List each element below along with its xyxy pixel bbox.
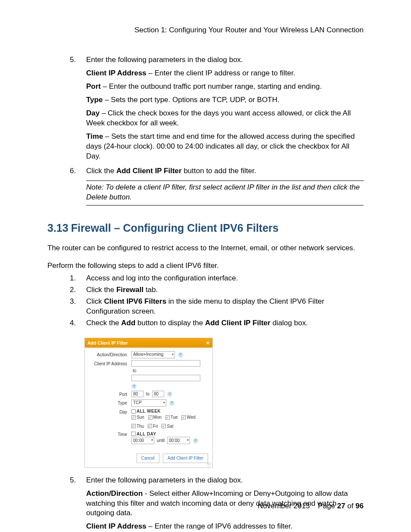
param-day: Day – Click the check boxes for the days… xyxy=(86,109,364,128)
fri-checkbox[interactable] xyxy=(148,424,152,428)
param-label: Type xyxy=(86,96,103,104)
bold-term: Add Client IP Filter xyxy=(205,319,271,327)
bold-term: Client IPV6 Filters xyxy=(104,297,167,305)
bold-term: Add xyxy=(121,319,135,327)
wed-checkbox[interactable] xyxy=(181,415,186,420)
close-icon[interactable]: ✕ xyxy=(206,340,210,346)
footer-page-num: 27 xyxy=(337,502,346,510)
text-fragment: Click the xyxy=(86,167,116,175)
note-box: Note: To delete a client IP filter, firs… xyxy=(86,180,364,205)
param-label: Port xyxy=(86,82,101,90)
port-to-input[interactable]: 80 xyxy=(152,391,164,397)
allweek-checkbox[interactable] xyxy=(131,409,136,414)
text-fragment: dialog box. xyxy=(271,319,308,327)
allweek-label: ALL WEEK xyxy=(137,409,161,414)
param-text: – Sets the port type. Options are TCP, U… xyxy=(103,96,279,104)
action-direction-select[interactable]: Allow+Incoming xyxy=(131,351,175,358)
list-number: 6. xyxy=(47,166,86,205)
day-label: Sun xyxy=(137,415,144,420)
resize-grip-icon[interactable] xyxy=(207,462,212,467)
to-label: to xyxy=(133,368,136,373)
time-to-select[interactable]: 00:00 xyxy=(167,437,190,444)
param-label: Time xyxy=(86,132,103,140)
text-fragment: button to add the filter. xyxy=(182,167,256,175)
add-client-ip-filter-button[interactable]: Add Client IP Filter xyxy=(163,454,208,463)
day-label: Wed xyxy=(187,415,195,420)
text-fragment: Click xyxy=(86,297,104,305)
day-label: Tue xyxy=(171,415,178,420)
dialog-title-text: Add Client IP Filter xyxy=(87,340,128,346)
sun-checkbox[interactable] xyxy=(131,415,136,420)
help-icon[interactable]: ? xyxy=(193,438,198,443)
text-fragment: Click the xyxy=(86,286,116,294)
type-select[interactable]: TCP xyxy=(131,399,166,407)
list-number: 1. xyxy=(47,274,86,283)
help-icon[interactable]: ? xyxy=(178,352,183,358)
day-label: Fri xyxy=(153,424,158,429)
text-fragment: button to display the xyxy=(135,319,205,327)
sat-checkbox[interactable] xyxy=(162,424,166,428)
port-from-input[interactable]: 80 xyxy=(131,391,143,397)
label-action-direction: Action/Direction xyxy=(89,351,131,358)
footer-page-label: Page xyxy=(318,502,337,510)
list-number: 5. xyxy=(47,55,86,165)
label-port: Port xyxy=(89,391,131,398)
bold-term: Add Client IP Filter xyxy=(116,167,182,175)
section-heading: 3.13 Firewall – Configuring Client IPV6 … xyxy=(47,221,364,236)
step-text: Check the Add button to display the Add … xyxy=(86,318,364,328)
label-time: Time xyxy=(89,431,131,438)
body-paragraph: The router can be configured to restrict… xyxy=(47,243,364,253)
param-client-ip: Client IP Address – Enter the client IP … xyxy=(86,68,364,78)
dialog-titlebar: Add Client IP Filter ✕ xyxy=(85,338,212,348)
client-ip-from-input[interactable] xyxy=(131,360,200,367)
step-text: Click the Firewall tab. xyxy=(86,285,364,295)
step-text: Access and log into the configuration in… xyxy=(86,274,364,283)
param-label: Client IP Address xyxy=(86,69,146,77)
list-number: 4. xyxy=(47,318,86,328)
param-text: – Click the check boxes for the days you… xyxy=(86,109,351,127)
help-icon[interactable]: ? xyxy=(169,401,174,406)
allday-label: ALL DAY xyxy=(137,432,156,436)
heading-title: Firewall – Configuring Client IPV6 Filte… xyxy=(71,221,279,236)
mon-checkbox[interactable] xyxy=(148,415,153,420)
param-label: Day xyxy=(86,109,100,117)
param-port: Port – Enter the outbound traffic port n… xyxy=(86,82,364,92)
param-text: – Sets the start time and end time for t… xyxy=(86,132,355,160)
param-label: Action/Direction xyxy=(86,489,143,498)
param-text: – Enter the client IP address or range t… xyxy=(146,69,296,77)
step-text: Click Client IPV6 Filters in the side me… xyxy=(86,297,364,317)
param-client-ip: Client IP Address – Enter the range of I… xyxy=(86,522,364,532)
page-footer: November 2013 Page 27 of 96 xyxy=(258,502,364,510)
param-text: – Enter the outbound traffic port number… xyxy=(101,82,322,90)
step-text: Enter the following parameters in the di… xyxy=(86,476,364,485)
text-fragment: tab. xyxy=(143,286,158,294)
day-label: Sat xyxy=(167,424,173,429)
label-client-ip: Client IP Address xyxy=(89,360,131,367)
footer-of: of xyxy=(345,502,355,510)
param-type: Type – Sets the port type. Options are T… xyxy=(86,95,364,105)
param-time: Time – Sets the start time and end time … xyxy=(86,132,364,162)
time-from-select[interactable]: 00:00 xyxy=(131,437,154,444)
help-icon[interactable]: ? xyxy=(167,392,172,397)
section-header: Section 1: Configuring Your Router and Y… xyxy=(47,26,364,34)
allday-checkbox[interactable] xyxy=(131,432,136,436)
day-label: Mon xyxy=(153,415,162,420)
until-label: until xyxy=(157,438,165,443)
param-text: – Enter the range of IPV6 addresses to f… xyxy=(146,522,293,530)
add-client-ip-filter-dialog: Add Client IP Filter ✕ Action/Direction … xyxy=(84,338,213,468)
client-ip-to-input[interactable] xyxy=(131,375,200,381)
tue-checkbox[interactable] xyxy=(165,415,170,420)
day-label: Thu xyxy=(137,424,144,429)
step-text: Click the Add Client IP Filter button to… xyxy=(86,166,364,176)
heading-number: 3.13 xyxy=(47,221,68,236)
list-number: 3. xyxy=(47,297,86,317)
help-icon[interactable]: ? xyxy=(131,384,137,389)
to-label: to xyxy=(146,392,149,396)
label-type: Type xyxy=(89,399,131,406)
label-day: Day xyxy=(89,408,131,415)
text-fragment: Check the xyxy=(86,319,121,327)
thu-checkbox[interactable] xyxy=(131,424,136,428)
footer-total: 96 xyxy=(355,502,364,510)
cancel-button[interactable]: Cancel xyxy=(137,454,159,463)
body-paragraph: Perform the following steps to add a cli… xyxy=(47,261,364,271)
